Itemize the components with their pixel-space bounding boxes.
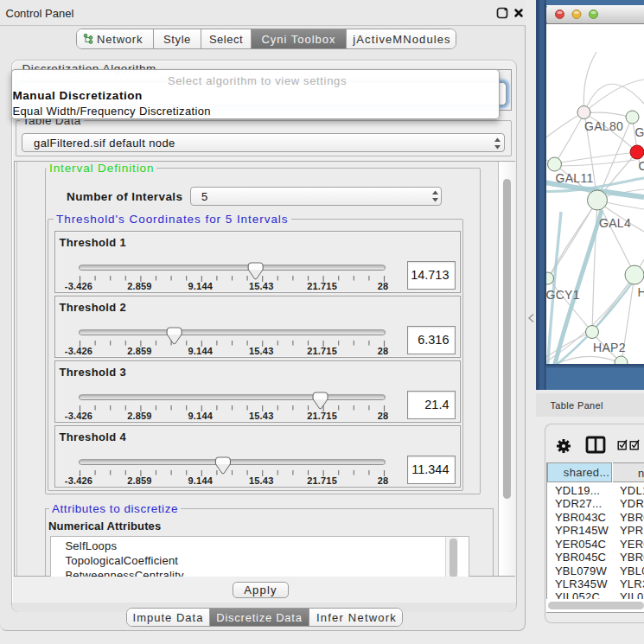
svg-text:21.715: 21.715: [307, 281, 337, 291]
svg-text:GCY1: GCY1: [546, 288, 580, 302]
svg-text:9.144: 9.144: [188, 475, 214, 486]
svg-text:15.43: 15.43: [249, 475, 274, 486]
svg-text:28: 28: [378, 411, 389, 421]
svg-text:15.43: 15.43: [249, 346, 274, 356]
svg-text:-3.426: -3.426: [65, 346, 92, 356]
svg-text:GAL11: GAL11: [556, 171, 594, 185]
svg-text:GAL80: GAL80: [584, 119, 623, 133]
svg-text:21.715: 21.715: [307, 346, 337, 356]
svg-text:28: 28: [378, 281, 389, 291]
svg-text:21.715: 21.715: [307, 475, 337, 486]
svg-text:HAP2: HAP2: [593, 341, 626, 354]
svg-text:-3.426: -3.426: [65, 411, 92, 421]
svg-text:9.144: 9.144: [188, 346, 214, 356]
svg-text:-3.426: -3.426: [65, 475, 92, 486]
svg-text:28: 28: [378, 475, 389, 486]
svg-text:15.43: 15.43: [249, 281, 274, 291]
svg-text:2.859: 2.859: [127, 346, 152, 356]
svg-text:9.144: 9.144: [188, 281, 214, 291]
svg-text:15.43: 15.43: [249, 411, 274, 421]
svg-text:2.859: 2.859: [127, 475, 152, 486]
svg-text:28: 28: [378, 346, 389, 356]
svg-text:-3.426: -3.426: [65, 281, 92, 291]
svg-text:2.859: 2.859: [127, 411, 152, 421]
svg-text:GA: GA: [635, 125, 644, 139]
svg-text:H: H: [638, 285, 644, 299]
svg-text:9.144: 9.144: [188, 411, 214, 421]
svg-text:GAL4: GAL4: [599, 216, 631, 230]
svg-text:21.715: 21.715: [307, 411, 337, 421]
svg-text:C: C: [639, 159, 644, 173]
svg-text:2.859: 2.859: [127, 281, 152, 291]
